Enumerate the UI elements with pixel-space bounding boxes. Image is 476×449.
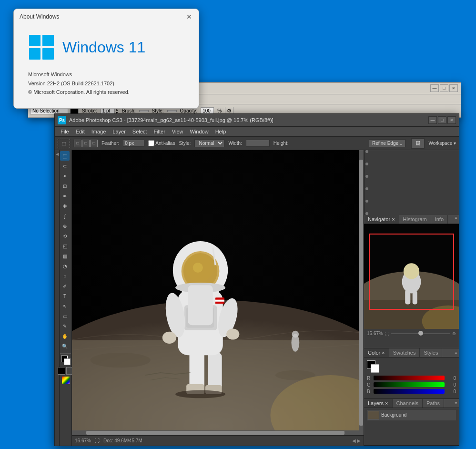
paths-tab[interactable]: Paths (423, 399, 444, 408)
ps-tool-clone[interactable]: ⊕ (60, 221, 70, 231)
b-label: B (367, 389, 372, 394)
ps-fg-bg-colors[interactable] (61, 356, 71, 365)
ai-brush-input[interactable] (139, 110, 149, 112)
ps-canvas[interactable] (72, 150, 359, 435)
r-slider[interactable] (374, 376, 445, 380)
ps-tool-history[interactable]: ⟲ (60, 231, 70, 241)
ps-vertical-scrollbar[interactable] (359, 150, 364, 435)
ps-bg-color[interactable] (64, 358, 71, 365)
navigator-zoom-slider[interactable] (391, 333, 450, 334)
navigator-controls: 16.67% ⛶ ⊕ (364, 329, 459, 338)
svg-rect-19 (215, 300, 224, 302)
ps-tool-eraser[interactable]: ◱ (60, 241, 70, 251)
ps-menu-window[interactable]: Window (187, 128, 212, 135)
ps-refine-edge-button[interactable]: Refine Edge... (369, 139, 405, 147)
navigator-tab[interactable]: Navigator × (364, 215, 399, 224)
astronaut-photo (72, 150, 359, 435)
ps-tool-marquee[interactable]: ⬚ (60, 151, 70, 161)
ai-close-button[interactable]: ✕ (449, 84, 458, 92)
ps-menu-help[interactable]: Help (213, 128, 229, 135)
ps-selection-tool[interactable]: ⬚ (58, 139, 70, 148)
g-slider[interactable] (374, 382, 445, 387)
ps-restore-button[interactable]: □ (438, 116, 446, 124)
ps-menu-file[interactable]: File (58, 128, 72, 135)
ps-screen-mode[interactable] (62, 377, 70, 384)
ps-menu-select[interactable]: Select (130, 128, 150, 135)
ps-expand-strip[interactable] (364, 150, 369, 215)
ps-tool-selection[interactable]: ↖ (60, 301, 70, 311)
ps-close-button[interactable]: ✕ (447, 116, 456, 124)
ps-feather-input[interactable] (123, 140, 144, 147)
ps-refine-edge[interactable]: Refine Edge... (369, 139, 405, 147)
channels-tab[interactable]: Channels (393, 399, 423, 408)
ps-tool-magic-wand[interactable]: ✦ (60, 171, 70, 181)
ps-app-icon: Ps (58, 116, 66, 124)
layers-content: Background (364, 408, 459, 422)
ps-collapse-strip[interactable]: ◀ (55, 150, 60, 446)
ps-new-selection[interactable]: □ (74, 140, 81, 147)
g-label: G (367, 382, 372, 388)
ps-scroll-thumb-h[interactable] (86, 431, 344, 435)
about-content: Windows 11 Microsoft Windows Version 22H… (14, 24, 199, 108)
ps-tool-text[interactable]: T (60, 291, 70, 301)
ps-tool-path[interactable]: ✐ (60, 281, 70, 291)
about-close-button[interactable]: ✕ (185, 13, 193, 20)
ps-tool-blur[interactable]: ◔ (60, 261, 70, 271)
histogram-tab[interactable]: Histogram (399, 215, 431, 224)
ps-tool-gradient[interactable]: ▨ (60, 251, 70, 261)
nav-zoom-out-icon[interactable]: ⊕ (452, 331, 456, 336)
ps-width-input[interactable] (246, 140, 270, 147)
color-options[interactable]: ≡ (453, 350, 459, 356)
styles-tab[interactable]: Styles (420, 348, 442, 357)
ps-standard-mode[interactable] (58, 367, 65, 375)
ps-scroll-left[interactable]: ◀ (352, 438, 356, 443)
ps-menu-filter[interactable]: Filter (151, 128, 168, 135)
ps-tool-dodge[interactable]: ○ (60, 271, 70, 281)
color-tab[interactable]: Color × (364, 348, 389, 357)
ps-statusbar: 16.67% ⛶ Doc: 49.6M/45.7M ◀ ▶ (72, 435, 364, 446)
ps-minimize-button[interactable]: — (428, 116, 437, 124)
ps-scroll-right[interactable]: ▶ (357, 438, 361, 443)
layers-panel-tabs: Layers × Channels Paths ≡ (364, 399, 459, 408)
ps-menu-view[interactable]: View (169, 128, 186, 135)
ps-tool-crop[interactable]: ⊡ (60, 181, 70, 191)
ps-scroll-thumb-v[interactable] (359, 160, 363, 426)
ps-antialias-label[interactable]: Anti-alias (148, 140, 175, 146)
ps-tool-brush[interactable]: ∫ (60, 211, 70, 221)
ai-style-input[interactable] (167, 110, 177, 112)
ai-window-controls: — □ ✕ (430, 84, 458, 92)
ps-tools-icon[interactable]: 🖼 (411, 138, 425, 149)
ps-zoom-status: 16.67% (75, 438, 91, 443)
ps-tool-heal[interactable]: ✚ (60, 201, 70, 211)
ps-subtract-selection[interactable]: □ (90, 140, 98, 147)
ps-menu-image[interactable]: Image (89, 128, 109, 135)
ps-tool-zoom[interactable]: 🔍 (60, 341, 70, 351)
info-tab[interactable]: Info (431, 215, 448, 224)
ps-tool-hand[interactable]: ✋ (60, 331, 70, 341)
navigator-options[interactable]: ≡ (453, 215, 459, 221)
ps-canvas-area: 16.67% ⛶ Doc: 49.6M/45.7M ◀ ▶ (72, 150, 364, 446)
ps-tool-lasso[interactable]: ⊂ (60, 161, 70, 171)
background-swatch[interactable] (371, 364, 379, 373)
ps-tool-eyedropper[interactable]: ✒ (60, 191, 70, 201)
nav-zoom-in-icon[interactable]: ⛶ (385, 331, 389, 336)
ps-menu-layer[interactable]: Layer (110, 128, 129, 135)
ps-tool-shape[interactable]: ▭ (60, 311, 70, 321)
layers-options[interactable]: ≡ (453, 400, 459, 406)
layers-tab[interactable]: Layers × (364, 399, 393, 408)
swatches-tab[interactable]: Swatches (389, 348, 420, 357)
ps-horizontal-scrollbar[interactable] (72, 430, 359, 435)
layer-item[interactable]: Background (367, 410, 456, 420)
ai-minimize-button[interactable]: — (430, 84, 439, 92)
svg-rect-31 (188, 285, 213, 325)
ps-tool-notes[interactable]: ✎ (60, 321, 70, 331)
fg-bg-swatches[interactable] (367, 360, 379, 373)
ps-window-controls: — □ ✕ (428, 116, 456, 124)
ps-menu-edit[interactable]: Edit (73, 128, 88, 135)
ps-antialias-checkbox[interactable] (148, 140, 154, 146)
b-slider[interactable] (374, 389, 445, 394)
ai-restore-button[interactable]: □ (440, 84, 448, 92)
nav-zoom-thumb[interactable] (418, 331, 423, 336)
ps-add-selection[interactable]: □ (82, 140, 90, 147)
ps-style-dropdown[interactable]: Normal (194, 139, 224, 147)
